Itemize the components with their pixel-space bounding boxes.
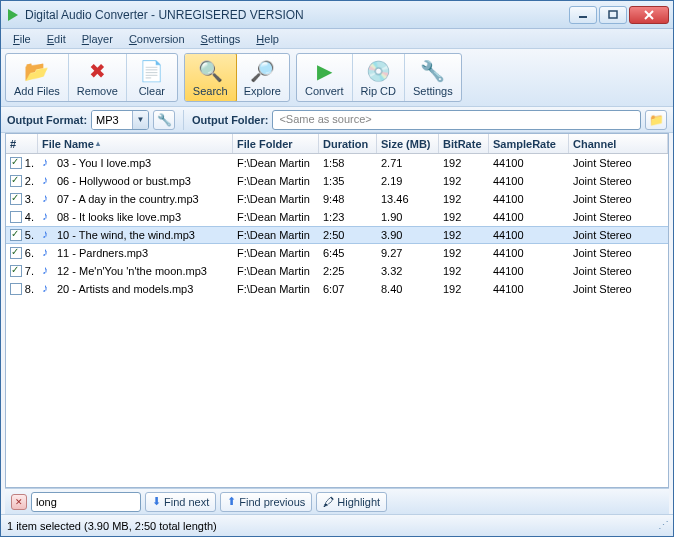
col-channel[interactable]: Channel <box>569 134 668 153</box>
table-row[interactable]: 8.20 - Artists and models.mp3F:\Dean Mar… <box>6 280 668 298</box>
file-samplerate: 44100 <box>489 192 569 206</box>
table-row[interactable]: 5.10 - The wind, the wind.mp3F:\Dean Mar… <box>6 226 668 244</box>
music-note-icon <box>42 157 54 169</box>
clear-button[interactable]: 📄Clear <box>127 54 177 101</box>
maximize-button[interactable] <box>599 6 627 24</box>
close-search-button[interactable]: ✕ <box>11 494 27 510</box>
file-name: 03 - You I love.mp3 <box>57 157 151 169</box>
file-folder: F:\Dean Martin <box>233 156 319 170</box>
table-row[interactable]: 3.07 - A day in the country.mp3F:\Dean M… <box>6 190 668 208</box>
app-icon <box>5 7 21 23</box>
output-folder-value[interactable]: <Same as source> <box>272 110 641 130</box>
file-bitrate: 192 <box>439 192 489 206</box>
menu-help[interactable]: Help <box>248 29 287 48</box>
close-button[interactable] <box>629 6 669 24</box>
table-row[interactable]: 4.08 - It looks like love.mp3F:\Dean Mar… <box>6 208 668 226</box>
file-bitrate: 192 <box>439 246 489 260</box>
search-input[interactable] <box>31 492 141 512</box>
search-button[interactable]: 🔍Search <box>184 53 237 102</box>
music-note-icon <box>42 247 54 259</box>
menu-edit[interactable]: Edit <box>39 29 74 48</box>
folder-open-icon: 📂 <box>25 59 49 83</box>
find-next-button[interactable]: ⬇Find next <box>145 492 216 512</box>
file-name: 12 - Me'n'You 'n'the moon.mp3 <box>57 265 207 277</box>
svg-rect-1 <box>609 11 617 18</box>
convert-button[interactable]: ▶Convert <box>297 54 353 101</box>
remove-button[interactable]: ✖Remove <box>69 54 127 101</box>
file-name: 06 - Hollywood or bust.mp3 <box>57 175 191 187</box>
col-filename[interactable]: File Name <box>38 134 233 153</box>
file-channel: Joint Stereo <box>569 210 668 224</box>
music-note-icon <box>42 265 54 277</box>
file-channel: Joint Stereo <box>569 156 668 170</box>
delete-icon: ✖ <box>85 59 109 83</box>
row-checkbox[interactable] <box>10 265 22 277</box>
page-icon: 📄 <box>140 59 164 83</box>
status-text: 1 item selected (3.90 MB, 2:50 total len… <box>7 520 217 532</box>
file-folder: F:\Dean Martin <box>233 192 319 206</box>
col-bitrate[interactable]: BitRate <box>439 134 489 153</box>
row-number: 8. <box>25 283 34 295</box>
file-duration: 9:48 <box>319 192 377 206</box>
table-row[interactable]: 6.11 - Pardners.mp3F:\Dean Martin6:459.2… <box>6 244 668 262</box>
file-samplerate: 44100 <box>489 282 569 296</box>
highlight-button[interactable]: 🖍Highlight <box>316 492 387 512</box>
arrow-down-icon: ⬇ <box>152 495 161 508</box>
row-checkbox[interactable] <box>10 247 22 259</box>
arrow-up-icon: ⬆ <box>227 495 236 508</box>
wrench-icon: 🔧 <box>421 59 445 83</box>
file-channel: Joint Stereo <box>569 264 668 278</box>
file-duration: 6:07 <box>319 282 377 296</box>
titlebar[interactable]: Digital Audio Converter - UNREGISERED VE… <box>1 1 673 29</box>
settings-button[interactable]: 🔧Settings <box>405 54 461 101</box>
app-window: Digital Audio Converter - UNREGISERED VE… <box>0 0 674 537</box>
row-checkbox[interactable] <box>10 175 22 187</box>
toolbar: 📂Add Files ✖Remove 📄Clear 🔍Search 🔎Explo… <box>1 49 673 107</box>
file-channel: Joint Stereo <box>569 228 668 242</box>
menu-conversion[interactable]: Conversion <box>121 29 193 48</box>
find-previous-button[interactable]: ⬆Find previous <box>220 492 312 512</box>
col-duration[interactable]: Duration <box>319 134 377 153</box>
file-folder: F:\Dean Martin <box>233 264 319 278</box>
browse-folder-button[interactable]: 📁 <box>645 110 667 130</box>
file-size: 2.71 <box>377 156 439 170</box>
file-name: 11 - Pardners.mp3 <box>57 247 148 259</box>
menu-settings[interactable]: Settings <box>193 29 249 48</box>
search-bar: ✕ ⬇Find next ⬆Find previous 🖍Highlight <box>5 488 669 514</box>
row-checkbox[interactable] <box>10 211 22 223</box>
menu-file[interactable]: File <box>5 29 39 48</box>
file-name: 08 - It looks like love.mp3 <box>57 211 181 223</box>
music-note-icon <box>42 283 54 295</box>
output-format-combo[interactable]: ▼ <box>91 110 149 130</box>
col-folder[interactable]: File Folder <box>233 134 319 153</box>
file-bitrate: 192 <box>439 282 489 296</box>
menu-player[interactable]: Player <box>74 29 121 48</box>
output-format-value[interactable] <box>92 111 132 129</box>
row-checkbox[interactable] <box>10 283 22 295</box>
add-files-button[interactable]: 📂Add Files <box>6 54 69 101</box>
col-size[interactable]: Size (MB) <box>377 134 439 153</box>
row-checkbox[interactable] <box>10 157 22 169</box>
file-duration: 1:35 <box>319 174 377 188</box>
chevron-down-icon[interactable]: ▼ <box>132 111 148 129</box>
file-size: 2.19 <box>377 174 439 188</box>
explore-button[interactable]: 🔎Explore <box>236 54 289 101</box>
file-duration: 1:58 <box>319 156 377 170</box>
table-row[interactable]: 7.12 - Me'n'You 'n'the moon.mp3F:\Dean M… <box>6 262 668 280</box>
row-checkbox[interactable] <box>10 229 22 241</box>
window-title: Digital Audio Converter - UNREGISERED VE… <box>25 8 569 22</box>
row-checkbox[interactable] <box>10 193 22 205</box>
file-size: 8.40 <box>377 282 439 296</box>
table-row[interactable]: 2.06 - Hollywood or bust.mp3F:\Dean Mart… <box>6 172 668 190</box>
minimize-button[interactable] <box>569 6 597 24</box>
row-number: 3. <box>25 193 34 205</box>
col-number[interactable]: # <box>6 134 38 153</box>
output-format-label: Output Format: <box>7 114 87 126</box>
row-number: 2. <box>25 175 34 187</box>
table-row[interactable]: 1.03 - You I love.mp3F:\Dean Martin1:582… <box>6 154 668 172</box>
col-samplerate[interactable]: SampleRate <box>489 134 569 153</box>
file-size: 9.27 <box>377 246 439 260</box>
rip-cd-button[interactable]: 💿Rip CD <box>353 54 405 101</box>
format-settings-button[interactable]: 🔧 <box>153 110 175 130</box>
resize-grip[interactable]: ⋰ <box>658 519 667 532</box>
